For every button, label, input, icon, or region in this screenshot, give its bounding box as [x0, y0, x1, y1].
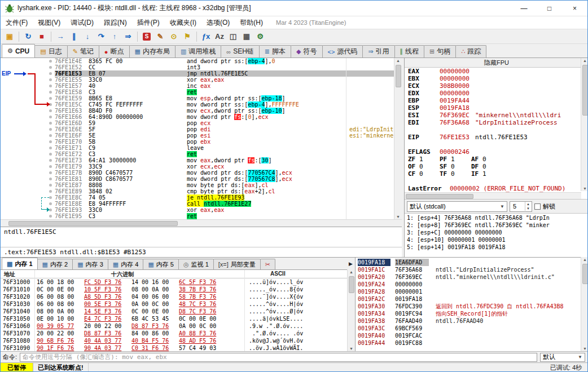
dump-row[interactable]: 76F3108090 6B F6 7640 4A 03 7740 B4 F5 7…: [1, 337, 347, 344]
registers-horizontal-scrollbar[interactable]: [405, 192, 581, 199]
menu-item-2[interactable]: 调试(D): [65, 16, 99, 29]
breakpoint-dot-icon[interactable]: [49, 159, 52, 162]
breakpoint-dot-icon[interactable]: [49, 103, 52, 106]
disasm-line[interactable]: 76FE1E6E5Fpop ediedi:"LdrpInit: [1, 126, 394, 132]
breakpoint-dot-icon[interactable]: [49, 116, 52, 118]
disasm-line[interactable]: 76FE1E52CCint3: [1, 64, 394, 70]
tab-监视-1[interactable]: ◎监视 1: [178, 259, 214, 269]
register-row[interactable]: EFLAGS00000246: [408, 148, 581, 156]
disasm-line[interactable]: 76FE1E705Bpop ebx: [1, 139, 394, 145]
disasm-line[interactable]: 76FE1E81890D C8670577mov dword ptr ds:[7…: [1, 176, 394, 182]
scylla-icon[interactable]: S: [141, 31, 153, 42]
breakpoint-dot-icon[interactable]: [49, 171, 52, 174]
register-row[interactable]: EDX00000000: [408, 90, 581, 97]
label-icon[interactable]: ⚑: [181, 31, 194, 42]
stack-row[interactable]: 0019FA2400000000: [356, 281, 581, 288]
dump-row[interactable]: 76F3107020 00 22 00D8 87 F3 7684 00 86 0…: [1, 330, 347, 337]
tab-句柄[interactable]: ⊞句柄: [424, 45, 456, 57]
disasm-line[interactable]: 76FE1E71C9leave: [1, 145, 394, 151]
settings-icon[interactable]: ⚙: [254, 31, 266, 42]
menu-item-1[interactable]: 视图(V): [33, 16, 65, 29]
command-mode-select[interactable]: 默认 ▼: [540, 353, 585, 362]
disasm-line[interactable]: 76FE1E598B65 E8mov esp,dword ptr ss:[ebp…: [1, 95, 394, 101]
breakpoint-dot-icon[interactable]: [49, 196, 52, 199]
dump-row[interactable]: 76F3100016 00 18 00FC 5D F3 7614 00 16 0…: [1, 278, 347, 286]
menu-item-7[interactable]: 帮助(H): [235, 16, 268, 29]
tab-scroll-right-button[interactable]: ▶: [349, 261, 353, 267]
disasm-line[interactable]: 76FE1E8C74 05je ntdll.76FE1E93: [1, 194, 394, 201]
disasm-line[interactable]: 76FE1E638B4D F0mov ecx,dword ptr ss:[ebp…: [1, 108, 394, 114]
close-button[interactable]: ×: [562, 1, 587, 16]
memory-map-icon[interactable]: ▦: [240, 31, 253, 42]
register-row[interactable]: LastError00000002 (ERROR_FILE_NOT_FOUND): [408, 185, 581, 192]
stack-row[interactable]: 0019FA3076FDC390返回到 ntdll.76FDC390 自 ntd…: [356, 303, 581, 310]
breakpoint-dot-icon[interactable]: [49, 72, 52, 75]
stack-row[interactable]: 0019FA340019FC94指向SEH_Record[1]的指针: [356, 310, 581, 317]
disasm-line[interactable]: 76FE1E6664:890D 00000000mov dword ptr fs…: [1, 114, 394, 120]
stack-arguments[interactable]: 1: [esp+4] 76F36A68 ntdll.76F36A68 "Ldrp…: [405, 214, 588, 257]
breakpoint-dot-icon[interactable]: [49, 215, 52, 218]
register-row[interactable]: ESI76F369EC"minkernel\\ntdll\\ldri: [408, 112, 581, 119]
graph-icon[interactable]: ◫: [227, 31, 239, 42]
disasm-line[interactable]: 76FE1E893848 02cmp byte ptr ds:[eax+2],c…: [1, 188, 394, 194]
dump-row[interactable]: 76F310100C 00 0E 0010 5F F3 7608 00 0A 0…: [1, 286, 347, 293]
disasm-line[interactable]: 76FE1E5CC745 FC FEFFFFFFmov dword ptr ss…: [1, 101, 394, 108]
tab-内存-1[interactable]: ▦内存 1: [2, 258, 38, 269]
breakpoint-dot-icon[interactable]: [49, 147, 52, 149]
stack-row[interactable]: 0019FA400019FCAC: [356, 332, 581, 339]
tab-断点[interactable]: ●断点: [99, 45, 130, 57]
unlock-checkbox[interactable]: 解锁: [534, 202, 555, 211]
menu-item-3[interactable]: 跟踪(N): [99, 16, 132, 29]
tab-内存布局[interactable]: ▦内存布局: [129, 45, 175, 57]
tab-调用堆栈[interactable]: ▥调用堆栈: [175, 45, 221, 57]
tab-struct[interactable]: ✂: [260, 259, 275, 269]
disasm-line[interactable]: 76FE1E7B890D C4670577mov dword ptr ds:[7…: [1, 170, 394, 176]
tab-跟踪[interactable]: ∴跟踪: [455, 45, 486, 57]
disassembly-panel[interactable]: 76FE1E4E8365 FC 00and dword ptr ss:[ebp-…: [1, 58, 394, 219]
tab-内存-5[interactable]: ▦内存 5: [143, 259, 179, 269]
disasm-line[interactable]: 76FE1E5533C0xor eax,eax: [1, 77, 394, 83]
disasm-line[interactable]: 76FE1E6D59pop ecx: [1, 120, 394, 126]
stack-row[interactable]: 0019FA2076F369ECntdll."minkernel\\ntdll\…: [356, 273, 581, 281]
stack-row[interactable]: 0019FA2800000001: [356, 288, 581, 295]
command-input[interactable]: [20, 353, 537, 362]
disasm-line[interactable]: 76FE1E58C3ret: [1, 89, 394, 95]
run-icon[interactable]: →: [54, 31, 67, 42]
stack-argument-row[interactable]: 3: [esp+C] 00000000 00000000: [405, 229, 588, 236]
register-row[interactable]: ESP0019FA18: [408, 104, 581, 112]
tab-内存-3[interactable]: ▦内存 3: [72, 259, 108, 269]
tab-内存-2[interactable]: ▦内存 2: [37, 259, 73, 269]
minimize-button[interactable]: —: [511, 1, 537, 16]
arg-count-spinner[interactable]: 5 ▲▼: [510, 201, 532, 212]
function-icon[interactable]: ƒx: [200, 31, 212, 42]
step-into-icon[interactable]: ↓: [81, 31, 94, 42]
disasm-line[interactable]: 76FE1E6F5Epop esiesi:"minkerne: [1, 132, 394, 139]
stack-argument-row[interactable]: 5: [esp+14] 0019FA18 0019FA18: [405, 243, 588, 251]
restart-icon[interactable]: ↻: [22, 31, 34, 42]
hide-fpu-button[interactable]: 隐藏FPU: [405, 58, 588, 68]
breakpoint-dot-icon[interactable]: [49, 91, 52, 94]
stop-icon[interactable]: ■: [36, 31, 48, 42]
stack-row[interactable]: 0019FA181EA6DFAD: [356, 259, 581, 266]
dump-row[interactable]: 76F3106000 39 05 7720 00 22 00D8 87 F3 7…: [1, 322, 347, 330]
stack-row[interactable]: 0019FA2C0019FA18: [356, 295, 581, 303]
disasm-line[interactable]: 76FE1E5740inc eax: [1, 83, 394, 89]
disasm-line[interactable]: 76FE1E72C3ret: [1, 151, 394, 157]
breakpoint-dot-icon[interactable]: [49, 128, 52, 131]
disasm-line[interactable]: 76FE1E7933C9xor ecx,ecx: [1, 163, 394, 170]
registers-vertical-scrollbar[interactable]: ▲▼: [581, 58, 588, 191]
flags-row[interactable]: ZF 1PF 1AF 0: [408, 156, 581, 163]
tab-cpu[interactable]: ⚙CPU: [2, 44, 35, 57]
step-out-icon[interactable]: ↑: [108, 31, 121, 42]
disasm-line[interactable]: 76FE1E7364:A1 30000000mov eax,dword ptr …: [1, 157, 394, 163]
tab-源代码[interactable]: <>源代码: [322, 45, 363, 57]
dump-row[interactable]: 76F310500E 00 10 00E4 7C F3 766B 4C 53 4…: [1, 315, 347, 322]
flags-row[interactable]: OF 0SF 0DF 0: [408, 163, 581, 170]
disasm-line[interactable]: 76FE1E9333C0xor eax,eax: [1, 207, 394, 213]
menu-item-4[interactable]: 插件(P): [132, 16, 165, 29]
register-row[interactable]: EAX00000000: [408, 68, 581, 75]
menu-item-6[interactable]: 选项(O): [201, 16, 235, 29]
breakpoint-dot-icon[interactable]: [49, 153, 52, 156]
calling-convention-select[interactable]: 默认 (stdcall) ▼: [407, 201, 507, 212]
tab-局部变量[interactable]: [x=]局部变量: [213, 259, 261, 269]
